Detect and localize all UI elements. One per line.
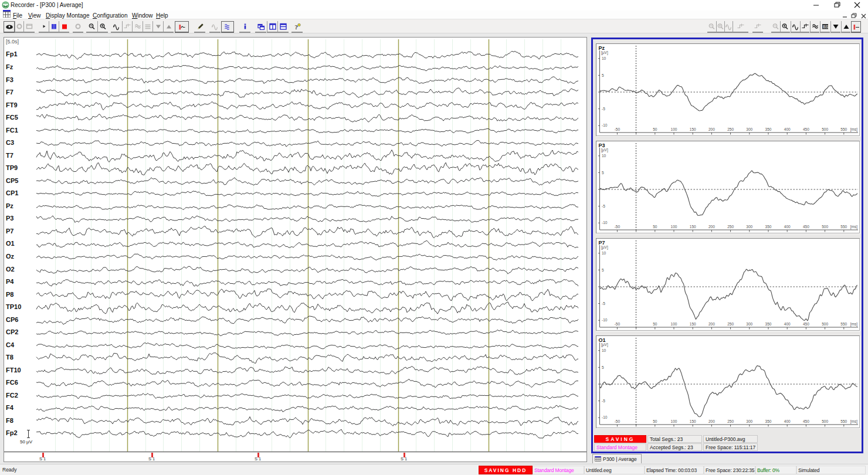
svg-text:450: 450	[803, 419, 809, 423]
svg-text:400: 400	[784, 322, 791, 326]
svg-text:S 1: S 1	[255, 456, 261, 462]
svg-text:-50: -50	[615, 225, 621, 229]
svg-text:5: 5	[602, 365, 604, 369]
svg-text:50: 50	[653, 225, 657, 229]
svg-text:250: 250	[727, 225, 734, 229]
svg-text:S 1: S 1	[401, 456, 407, 462]
svg-text:Pz: Pz	[599, 45, 605, 51]
svg-text:100: 100	[671, 419, 677, 423]
svg-text:[ms]: [ms]	[850, 322, 857, 327]
svg-text:400: 400	[784, 225, 791, 229]
svg-text:450: 450	[803, 322, 809, 326]
svg-text:10: 10	[602, 56, 606, 60]
svg-text:S 1: S 1	[148, 456, 155, 462]
svg-text:S 1: S 1	[39, 456, 46, 462]
svg-text:5: 5	[602, 73, 604, 77]
svg-text:100: 100	[671, 225, 677, 229]
svg-text:10: 10	[602, 251, 606, 255]
svg-text:200: 200	[708, 127, 715, 131]
svg-text:100: 100	[671, 127, 677, 131]
svg-text:-5: -5	[602, 204, 605, 208]
svg-text:-50: -50	[615, 322, 621, 326]
svg-text:-50: -50	[615, 419, 621, 423]
svg-text:300: 300	[746, 127, 752, 131]
svg-text:-10: -10	[602, 123, 608, 127]
svg-text:350: 350	[765, 127, 772, 131]
svg-text:250: 250	[727, 419, 734, 423]
svg-text:500: 500	[822, 322, 828, 326]
svg-text:300: 300	[746, 322, 752, 326]
svg-text:150: 150	[690, 322, 696, 326]
svg-text:150: 150	[690, 225, 696, 229]
svg-text:[µV]: [µV]	[601, 50, 608, 55]
svg-text:150: 150	[690, 127, 696, 131]
svg-text:-5: -5	[602, 399, 605, 403]
svg-text:P3: P3	[599, 142, 605, 148]
svg-text:5: 5	[602, 171, 604, 175]
svg-text:200: 200	[708, 225, 715, 229]
svg-text:-10: -10	[602, 415, 608, 419]
svg-text:200: 200	[708, 419, 715, 423]
svg-text:200: 200	[708, 322, 715, 326]
svg-text:350: 350	[765, 419, 772, 423]
svg-text:150: 150	[690, 419, 696, 423]
svg-text:100: 100	[671, 322, 677, 326]
svg-text:[µV]: [µV]	[601, 245, 608, 250]
svg-text:550: 550	[840, 322, 847, 326]
svg-text:50: 50	[653, 322, 657, 326]
svg-text:-10: -10	[602, 220, 608, 225]
svg-text:[µV]: [µV]	[601, 342, 608, 347]
svg-text:?: ?	[294, 23, 298, 30]
svg-text:550: 550	[840, 225, 847, 229]
svg-text:50: 50	[653, 127, 657, 131]
svg-text:[ms]: [ms]	[850, 127, 857, 132]
svg-text:350: 350	[765, 225, 772, 229]
svg-text:O1: O1	[599, 337, 606, 343]
svg-text:-5: -5	[602, 301, 605, 306]
svg-text:BS: BS	[823, 25, 829, 29]
svg-text:-10: -10	[602, 318, 608, 322]
svg-text:250: 250	[727, 127, 734, 131]
svg-text:450: 450	[803, 225, 809, 229]
svg-text:P7: P7	[599, 240, 605, 246]
svg-text:-50: -50	[615, 127, 621, 131]
svg-text:400: 400	[784, 127, 791, 131]
svg-text:500: 500	[822, 127, 828, 131]
svg-text:[ms]: [ms]	[850, 419, 857, 424]
svg-text:[µV]: [µV]	[601, 148, 608, 152]
svg-text:5: 5	[602, 268, 604, 272]
svg-text:[ms]: [ms]	[850, 225, 857, 229]
svg-text:350: 350	[765, 322, 772, 326]
svg-text:500: 500	[822, 225, 828, 229]
svg-text:-5: -5	[602, 107, 605, 111]
svg-text:50: 50	[653, 419, 657, 423]
svg-text:10: 10	[602, 348, 606, 352]
svg-text:550: 550	[840, 419, 847, 423]
svg-text:300: 300	[746, 419, 752, 423]
svg-text:400: 400	[784, 419, 791, 423]
svg-text:550: 550	[840, 127, 847, 131]
svg-text:300: 300	[746, 225, 752, 229]
svg-text:500: 500	[822, 419, 828, 423]
svg-text:450: 450	[803, 127, 809, 131]
svg-text:250: 250	[727, 322, 734, 326]
svg-text:10: 10	[602, 154, 606, 158]
